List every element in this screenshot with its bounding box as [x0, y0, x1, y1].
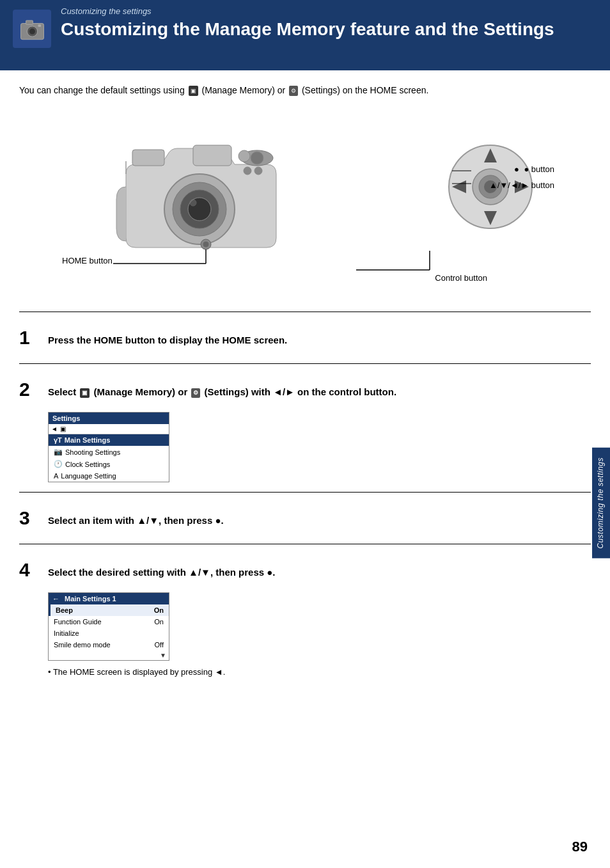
screen1-nav: ◄ ▣ [49, 424, 169, 434]
camera-illustration [94, 110, 299, 272]
control-button-label: Control button [435, 273, 487, 283]
svg-point-14 [244, 167, 251, 175]
divider-4 [19, 544, 591, 544]
step2-manage-icon: ▣ [80, 388, 90, 398]
step-2: 2 Select ▣ (Manage Memory) or ⚙ (Setting… [19, 374, 591, 406]
manage-memory-label: (Manage Memory) or [201, 85, 285, 95]
step-3-number: 3 [19, 509, 42, 528]
step-2-number: 2 [19, 380, 42, 399]
svg-point-10 [190, 200, 196, 206]
screen2-item-3: Smile demo mode Off [49, 639, 169, 651]
svg-point-16 [239, 150, 250, 162]
screen2-item-2-label: Initialize [54, 629, 79, 637]
sidebar-tab: Customizing the settings [592, 448, 610, 558]
header-subtitle: Customizing the settings [61, 6, 597, 16]
screen2-item-0: Beep On [49, 604, 169, 616]
step-1: 1 Press the HOME button to display the H… [19, 322, 591, 354]
screen1-item-1-label: Shooting Settings [65, 448, 120, 456]
screen2-title: Main Settings 1 [65, 595, 116, 603]
svg-rect-4 [38, 24, 41, 27]
step-2-text: Select ▣ (Manage Memory) or ⚙ (Settings)… [48, 380, 396, 398]
screen2-body: Beep On Function Guide On Initialize Smi… [49, 604, 169, 660]
header-icon [13, 10, 51, 48]
step-1-text: Press the HOME button to display the HOM… [48, 328, 287, 347]
screen1-nav-arrow: ◄ [51, 425, 58, 432]
screen2-item-1-value: On [154, 618, 164, 626]
step-1-number: 1 [19, 328, 42, 347]
screen1-item-0-icon: γT [54, 436, 62, 444]
intro-text-before: You can change the default settings usin… [19, 85, 185, 95]
bullet-note: • The HOME screen is displayed by pressi… [48, 667, 591, 677]
bullet-label: ● button [524, 164, 554, 174]
diagram-area: HOME button [19, 110, 591, 296]
bullet-icon: ● [514, 164, 519, 174]
screen2-item-1-label: Function Guide [54, 618, 102, 626]
screen2-item-0-label: Beep [56, 606, 73, 614]
screen1-item-3: A Language Setting [49, 470, 169, 482]
screen2-item-3-label: Smile demo mode [54, 641, 111, 649]
svg-point-12 [251, 152, 263, 164]
screen1-item-2-label: Clock Settings [65, 461, 110, 468]
settings-icon: ⚙ [289, 86, 298, 96]
screen2-mockup: ← Main Settings 1 Beep On Function Guide… [48, 592, 169, 661]
step-3-text: Select an item with ▲/▼, then press ●. [48, 509, 224, 527]
divider-2 [19, 363, 591, 364]
manage-memory-icon: ▣ [189, 86, 198, 96]
screen2-item-0-value: On [154, 606, 164, 614]
intro-paragraph: You can change the default settings usin… [19, 83, 591, 97]
screen1-item-2-icon: 🕐 [54, 460, 63, 468]
screen1-item-2: 🕐 Clock Settings [49, 458, 169, 470]
screen1-item-0: γT Main Settings [49, 434, 169, 446]
screen2-item-2: Initialize [49, 627, 169, 639]
divider-3 [19, 492, 591, 493]
svg-rect-5 [193, 145, 231, 166]
svg-rect-13 [132, 150, 164, 166]
page-number: 89 [572, 839, 588, 855]
step2-settings-icon: ⚙ [191, 388, 200, 398]
step-4-number: 4 [19, 560, 42, 580]
screen2-scrollbar: ▼ [49, 651, 169, 660]
divider-1 [19, 312, 591, 312]
screen1-item-1: 📷 Shooting Settings [49, 446, 169, 458]
header-text: Customizing the settings Customizing the… [61, 6, 597, 40]
arrows-button-label: ▲/▼/◄/► button [489, 180, 554, 190]
settings-label: (Settings) on the HOME screen. [302, 85, 428, 95]
screen1-item-0-label: Main Settings [65, 436, 111, 444]
screen2-item-3-value: Off [155, 641, 164, 649]
svg-rect-3 [26, 20, 33, 24]
screen1-body: γT Main Settings 📷 Shooting Settings 🕐 C… [49, 434, 169, 482]
bullet-button-label: ● ● button [514, 164, 554, 174]
screen2-item-1: Function Guide On [49, 616, 169, 627]
screen1-item-3-label: Language Setting [61, 472, 116, 480]
step-3: 3 Select an item with ▲/▼, then press ●. [19, 502, 591, 534]
home-button-label: HOME button [62, 256, 113, 265]
screen1-item-1-icon: 📷 [54, 448, 63, 456]
main-content: You can change the default settings usin… [0, 70, 610, 695]
screen1-header: Settings [49, 413, 169, 424]
screen2-back: ← [52, 595, 59, 603]
svg-point-15 [254, 167, 262, 175]
svg-point-18 [203, 241, 209, 248]
step-4: 4 Select the desired setting with ▲/▼, t… [19, 554, 591, 586]
svg-point-2 [29, 28, 35, 34]
page-header: Customizing the settings Customizing the… [0, 0, 610, 70]
screen2-header: ← Main Settings 1 [49, 593, 169, 604]
screen1-nav-icon: ▣ [60, 425, 66, 432]
screen1-item-3-icon: A [54, 472, 58, 480]
header-title: Customizing the Manage Memory feature an… [61, 19, 597, 40]
step-4-text: Select the desired setting with ▲/▼, the… [48, 560, 276, 579]
screen1-mockup: Settings ◄ ▣ γT Main Settings 📷 Shooting… [48, 412, 169, 482]
